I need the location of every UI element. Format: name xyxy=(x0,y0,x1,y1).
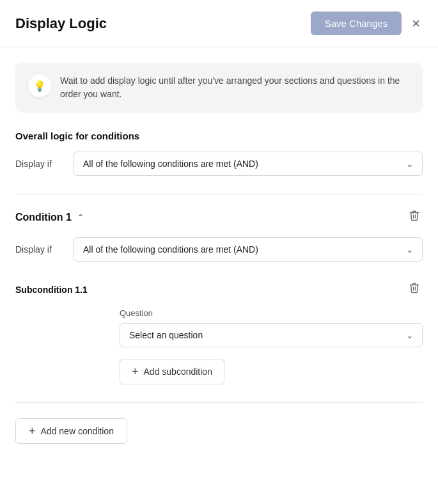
trash-icon xyxy=(409,210,420,221)
bottom-divider xyxy=(15,402,423,403)
overall-logic-title: Overall logic for conditions xyxy=(15,130,423,141)
add-subcondition-label: Add subcondition xyxy=(144,366,212,377)
condition-1-body: Display if All of the following conditio… xyxy=(15,237,423,384)
condition-1-display-if-label: Display if xyxy=(15,244,63,255)
condition-1-logic-select[interactable]: All of the following conditions are met … xyxy=(74,237,423,262)
subcondition-1-1-block: Subcondition 1.1 Question xyxy=(15,280,423,347)
question-select[interactable]: Select an question xyxy=(120,323,423,347)
condition-1-select-wrapper: All of the following conditions are met … xyxy=(74,237,423,262)
plus-icon: + xyxy=(132,366,139,377)
subcondition-1-1-delete-button[interactable] xyxy=(406,280,423,299)
condition-1-header: Condition 1 ⌃ xyxy=(15,207,423,227)
info-text: Wait to add display logic until after yo… xyxy=(60,74,410,101)
condition-1-collapse-icon[interactable]: ⌃ xyxy=(77,212,84,223)
overall-condition-select-wrapper: All of the following conditions are met … xyxy=(74,152,423,176)
page-header: Display Logic Save Changes × xyxy=(0,0,438,47)
close-button[interactable]: × xyxy=(409,14,423,33)
overall-display-if-label: Display if xyxy=(15,159,63,169)
question-select-wrapper: Select an question ⌄ xyxy=(120,323,423,347)
plus-icon-2: + xyxy=(29,425,36,437)
save-button[interactable]: Save Changes xyxy=(311,12,402,35)
overall-display-if-row: Display if All of the following conditio… xyxy=(15,152,423,176)
condition-1-delete-button[interactable] xyxy=(406,207,423,227)
subcondition-1-1-label: Subcondition 1.1 xyxy=(15,285,88,295)
main-content: 💡 Wait to add display logic until after … xyxy=(0,47,438,459)
info-banner: 💡 Wait to add display logic until after … xyxy=(15,63,423,113)
trash-icon-2 xyxy=(409,282,420,294)
page-title: Display Logic xyxy=(15,15,107,32)
overall-condition-select[interactable]: All of the following conditions are met … xyxy=(74,152,423,176)
add-condition-label: Add new condition xyxy=(41,426,114,436)
subcondition-1-1-header: Subcondition 1.1 xyxy=(15,280,423,299)
add-subcondition-button[interactable]: + Add subcondition xyxy=(120,359,224,384)
header-actions: Save Changes × xyxy=(311,12,423,35)
condition-1-display-if-row: Display if All of the following conditio… xyxy=(15,237,423,262)
select-question-wrapper: Select an question ⌄ xyxy=(15,323,423,347)
condition-1-header-left: Condition 1 ⌃ xyxy=(15,212,84,223)
add-condition-button[interactable]: + Add new condition xyxy=(15,418,127,444)
condition-1-section: Condition 1 ⌃ Display if All of the foll xyxy=(15,207,423,384)
info-icon-wrap: 💡 xyxy=(28,74,51,97)
section-divider xyxy=(15,194,423,194)
info-icon: 💡 xyxy=(33,80,46,92)
question-label: Question xyxy=(15,308,423,318)
overall-logic-section: Overall logic for conditions Display if … xyxy=(15,130,423,176)
condition-1-label: Condition 1 xyxy=(15,212,72,223)
